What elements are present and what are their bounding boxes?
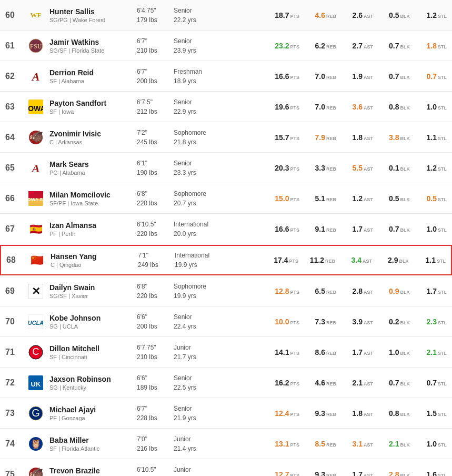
player-weight: 200 lbs <box>137 322 174 331</box>
player-name: Payton Sandfort <box>49 99 137 107</box>
table-row[interactable]: 72 UK Jaxson Robinson SG | Kentucky 6'6"… <box>0 368 452 398</box>
player-stats: 13.1 PTS 8.5 REB 3.1 AST 2.1 BLK 1.0 S <box>221 440 447 448</box>
table-row[interactable]: 67 🇪🇸 Izan Almansa PF | Perth 6'10.5" 22… <box>0 214 452 244</box>
player-physical: 7'0" 216 lbs <box>137 434 174 453</box>
player-weight: 245 lbs <box>137 137 174 147</box>
stl-label: STL <box>438 227 447 233</box>
stl-label: STL <box>438 381 447 386</box>
table-row[interactable]: 70 UCLA Kobe Johnson SG | UCLA 6'6" 200 … <box>0 306 452 337</box>
player-info: Baba Miller SF | Florida Atlantic <box>47 436 137 452</box>
team-logo: A <box>24 161 47 175</box>
stat-pts: 12.8 PTS <box>263 287 299 295</box>
player-rank: 66 <box>5 194 24 203</box>
table-row[interactable]: 65 A Mark Sears PG | Alabama 6'1" 190 lb… <box>0 153 452 183</box>
table-row[interactable]: 66 IOWA ST Milan Momcilovic SF/PF | Iowa… <box>0 183 452 214</box>
player-name: Milan Momcilovic <box>49 191 137 199</box>
player-physical: 6'7" 228 lbs <box>137 404 174 423</box>
svg-text:🐗: 🐗 <box>29 467 44 477</box>
stl-value: 0.7 <box>427 379 437 387</box>
pts-value: 16.2 <box>275 379 289 387</box>
stat-stl: 1.2 STL <box>410 164 447 172</box>
stat-pts: 23.2 PTS <box>263 42 299 50</box>
player-physical: 6'7.75" 210 lbs <box>137 343 174 362</box>
player-weight: 216 lbs <box>137 444 174 453</box>
player-physical: 6'4.75" 179 lbs <box>137 6 174 25</box>
pts-label: PTS <box>290 44 299 49</box>
player-table: 60 WF Hunter Sallis SG/PG | Wake Forest … <box>0 0 452 476</box>
stat-blk: 0.5 BLK <box>373 11 410 19</box>
table-row[interactable]: 60 WF Hunter Sallis SG/PG | Wake Forest … <box>0 0 452 31</box>
stat-pts: 12.4 PTS <box>263 409 299 418</box>
player-position-school: SF | Cincinnati <box>49 354 137 360</box>
table-row[interactable]: 71 C Dillon Mitchell SF | Cincinnati 6'7… <box>0 337 452 368</box>
player-stats: 12.7 PTS 9.3 REB 1.7 AST 2.8 BLK 1.6 S <box>221 470 447 477</box>
team-logo: IOWA <box>24 100 47 114</box>
table-row[interactable]: 74 🦉 Baba Miller SF | Florida Atlantic 7… <box>0 429 452 459</box>
stat-ast: 2.6 AST <box>336 11 373 19</box>
stat-reb: 7.0 REB <box>299 72 336 81</box>
pts-value: 14.1 <box>275 348 289 356</box>
pts-label: PTS <box>290 105 299 111</box>
table-row[interactable]: 68 🇨🇳 Hansen Yang C | Qingdao 7'1" 249 l… <box>0 245 452 275</box>
ast-value: 1.9 <box>353 72 363 81</box>
player-physical: 6'8" 220 lbs <box>137 282 174 301</box>
player-name: Dailyn Swain <box>49 283 137 292</box>
stat-ast: 5.5 AST <box>336 164 373 172</box>
player-height: 6'10.5" <box>137 465 174 474</box>
pts-label: PTS <box>290 136 299 141</box>
player-height: 6'7" <box>137 404 174 413</box>
reb-label: REB <box>326 14 336 19</box>
blk-value: 0.8 <box>389 409 399 418</box>
player-physical: 6'10.5" 220 lbs <box>137 220 174 239</box>
reb-value: 8.5 <box>315 440 325 448</box>
blk-value: 0.7 <box>389 42 399 50</box>
table-row[interactable]: 75 🐗 Trevon Brazile PF | Arkansas 6'10.5… <box>0 459 452 476</box>
player-weight: 228 lbs <box>137 413 174 423</box>
blk-value: 0.8 <box>389 103 399 111</box>
stat-ast: 3.6 AST <box>336 103 373 111</box>
stat-reb: 7.3 REB <box>299 318 336 326</box>
team-logo: FSU <box>24 38 47 53</box>
player-class: International 19.9 yrs <box>175 251 222 270</box>
stat-blk: 0.7 BLK <box>373 42 410 50</box>
player-position-school: PF | Gonzaga <box>49 415 137 421</box>
table-row[interactable]: 61 FSU Jamir Watkins SG/SF | Florida Sta… <box>0 31 452 61</box>
player-physical: 6'7" 210 lbs <box>137 36 174 55</box>
ast-value: 2.6 <box>353 11 363 19</box>
player-age: 21.8 yrs <box>174 137 221 147</box>
blk-label: BLK <box>400 381 410 386</box>
player-height: 7'1" <box>138 251 175 260</box>
player-position-school: PG | Alabama <box>49 170 137 176</box>
player-name: Dillon Mitchell <box>49 344 137 353</box>
pts-value: 15.7 <box>275 133 289 142</box>
player-class: Junior 21.7 yrs <box>174 343 221 362</box>
player-stats: 10.0 PTS 7.3 REB 3.9 AST 0.2 BLK 2.3 S <box>221 318 447 326</box>
reb-value: 4.6 <box>315 379 325 387</box>
table-row[interactable]: 73 G Michael Ajayi PF | Gonzaga 6'7" 228… <box>0 398 452 429</box>
table-row[interactable]: 69 ✕ Dailyn Swain SG/SF | Xavier 6'8" 22… <box>0 276 452 306</box>
player-weight: 189 lbs <box>137 383 174 392</box>
ast-value: 1.2 <box>353 194 363 203</box>
stat-blk: 0.7 BLK <box>373 379 410 387</box>
stl-label: STL <box>438 75 447 80</box>
player-class-year: Sophomore <box>174 128 221 137</box>
player-height: 6'8" <box>137 189 174 199</box>
table-row[interactable]: 63 IOWA Payton Sandfort SF | Iowa 6'7.5"… <box>0 92 452 122</box>
player-info: Jamir Watkins SG/SF | Florida State <box>47 38 137 54</box>
player-height: 6'1" <box>137 158 174 168</box>
player-stats: 23.2 PTS 6.2 REB 2.7 AST 0.7 BLK 1.8 S <box>221 42 447 50</box>
player-class-year: Junior <box>174 434 221 444</box>
stat-reb: 4.6 REB <box>299 11 336 19</box>
stat-ast: 3.4 AST <box>335 256 372 264</box>
pts-value: 16.6 <box>275 225 289 233</box>
table-row[interactable]: 62 A Derrion Reid SF | Alabama 6'7" 200 … <box>0 61 452 92</box>
stat-pts: 19.6 PTS <box>263 103 299 111</box>
player-age: 21.7 yrs <box>174 352 221 362</box>
stat-ast: 1.7 AST <box>336 470 373 477</box>
table-row[interactable]: 64 🐗 Zvonimir Ivisic C | Arkansas 7'2" 2… <box>0 122 452 153</box>
player-class-year: International <box>174 220 221 229</box>
reb-label: REB <box>326 320 336 325</box>
ast-label: AST <box>363 259 372 264</box>
pts-label: PTS <box>290 473 299 477</box>
stat-stl: 1.5 STL <box>410 409 447 418</box>
